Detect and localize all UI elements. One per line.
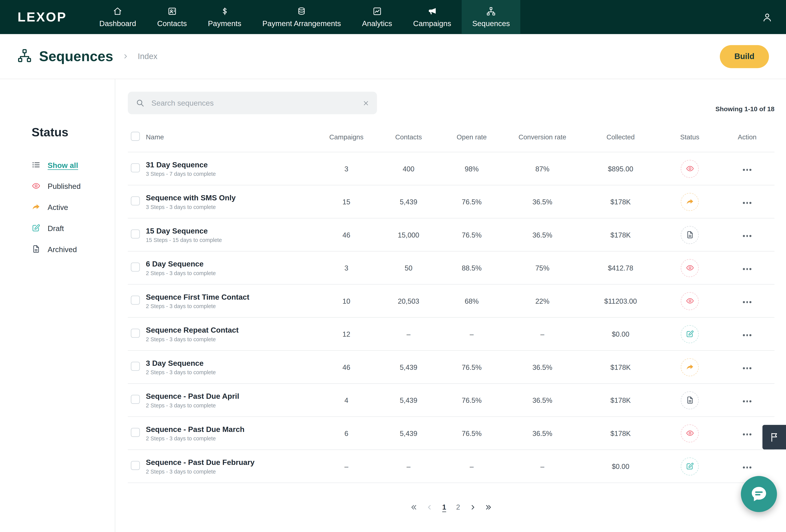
account-button[interactable] — [748, 0, 786, 34]
table-row: 15 Day Sequence 15 Steps - 15 days to co… — [128, 218, 774, 251]
table-row: Sequence - Past Due April 2 Steps - 3 da… — [128, 383, 774, 416]
nav-item-analytics[interactable]: Analytics — [352, 0, 403, 34]
eye-icon — [686, 164, 694, 173]
chat-bubble-icon — [750, 485, 768, 503]
chat-launcher-button[interactable] — [741, 476, 777, 512]
nav-label: Payments — [208, 19, 241, 27]
sequence-name[interactable]: 6 Day Sequence — [146, 260, 316, 268]
pagination: 1 2 — [128, 503, 774, 511]
table-row: 31 Day Sequence 3 Steps - 7 days to comp… — [128, 152, 774, 185]
row-actions-button[interactable] — [741, 331, 753, 339]
sequence-name[interactable]: Sequence First Time Contact — [146, 293, 316, 301]
filter-active[interactable]: Active — [32, 196, 115, 217]
main-panel: Showing 1-10 of 18 Name Campaigns Contac… — [115, 79, 786, 532]
sequence-name[interactable]: Sequence - Past Due April — [146, 392, 316, 400]
collected-value: $11203.00 — [581, 297, 660, 305]
contacts-value: 5,439 — [377, 198, 440, 206]
sequence-name[interactable]: 31 Day Sequence — [146, 160, 316, 169]
status-badge — [681, 325, 699, 343]
sequence-name[interactable]: Sequence Repeat Contact — [146, 326, 316, 334]
row-checkbox[interactable] — [131, 461, 140, 470]
nav-item-dashboard[interactable]: Dashboard — [89, 0, 147, 34]
nav-item-sequences[interactable]: Sequences — [462, 0, 521, 34]
row-actions-button[interactable] — [741, 364, 753, 372]
row-actions-button[interactable] — [741, 430, 753, 438]
filter-draft[interactable]: Draft — [32, 217, 115, 239]
build-button[interactable]: Build — [720, 45, 769, 68]
sequence-name[interactable]: Sequence with SMS Only — [146, 193, 316, 202]
user-icon — [762, 12, 772, 22]
row-checkbox[interactable] — [131, 262, 140, 271]
edit-icon — [686, 330, 694, 338]
app: LEXOP Dashboard Contacts Payments Paymen… — [0, 0, 786, 532]
filter-show-all[interactable]: Show all — [32, 154, 115, 175]
column-header-status: Status — [660, 133, 720, 141]
row-checkbox[interactable] — [131, 163, 140, 172]
campaigns-value: – — [316, 462, 377, 470]
row-checkbox[interactable] — [131, 329, 140, 337]
collected-value: $178K — [581, 363, 660, 371]
clear-search-button[interactable] — [363, 99, 370, 106]
row-actions-button[interactable] — [741, 397, 753, 405]
status-sidebar: Status Show all Published Active Draft — [0, 79, 115, 532]
toolbar: Showing 1-10 of 18 — [128, 92, 774, 114]
row-actions-button[interactable] — [741, 166, 753, 174]
sequence-name[interactable]: 3 Day Sequence — [146, 359, 316, 367]
open-rate-value: 76.5% — [440, 363, 503, 371]
conversion-rate-value: 36.5% — [503, 231, 581, 239]
row-actions-button[interactable] — [741, 232, 753, 240]
chevron-right-icon — [469, 503, 477, 511]
page-number-1[interactable]: 1 — [441, 503, 447, 511]
nav-item-payments[interactable]: Payments — [198, 0, 252, 34]
status-badge — [681, 193, 699, 211]
row-checkbox[interactable] — [131, 295, 140, 305]
status-badge — [681, 358, 699, 376]
edit-icon — [32, 223, 41, 233]
nav-item-contacts[interactable]: Contacts — [147, 0, 198, 34]
row-actions-button[interactable] — [741, 199, 753, 207]
results-summary: Showing 1-10 of 18 — [715, 105, 775, 114]
filter-archived[interactable]: Archived — [32, 239, 115, 260]
collected-value: $895.00 — [581, 165, 660, 173]
breadcrumb: Index — [138, 52, 157, 61]
nav-item-campaigns[interactable]: Campaigns — [402, 0, 462, 34]
row-checkbox[interactable] — [131, 394, 140, 404]
open-rate-value: – — [440, 462, 503, 470]
last-page-button[interactable] — [485, 503, 492, 511]
coins-icon — [297, 6, 306, 16]
sequence-details: 2 Steps - 3 days to complete — [146, 435, 316, 441]
conversion-rate-value: 87% — [503, 165, 581, 173]
sequence-name[interactable]: Sequence - Past Due February — [146, 458, 316, 466]
table-body: 31 Day Sequence 3 Steps - 7 days to comp… — [128, 152, 774, 483]
next-page-button[interactable] — [469, 503, 477, 511]
row-checkbox[interactable] — [131, 362, 140, 370]
sequence-name[interactable]: Sequence - Past Due March — [146, 425, 316, 433]
conversion-rate-value: 36.5% — [503, 429, 581, 437]
column-header-open-rate: Open rate — [440, 133, 503, 141]
sequence-details: 2 Steps - 3 days to complete — [146, 336, 316, 342]
select-all-checkbox[interactable] — [131, 131, 140, 141]
sequence-details: 3 Steps - 3 days to complete — [146, 204, 316, 210]
row-actions-button[interactable] — [741, 463, 753, 471]
previous-page-button[interactable] — [425, 503, 433, 511]
row-checkbox[interactable] — [131, 229, 140, 238]
row-actions-button[interactable] — [741, 298, 753, 306]
conversion-rate-value: 36.5% — [503, 396, 581, 404]
conversion-rate-value: 36.5% — [503, 198, 581, 206]
open-rate-value: 76.5% — [440, 198, 503, 206]
table-row: 3 Day Sequence 2 Steps - 3 days to compl… — [128, 350, 774, 383]
collected-value: $0.00 — [581, 330, 660, 338]
contacts-value: – — [377, 462, 440, 470]
first-page-button[interactable] — [410, 503, 418, 511]
status-badge — [681, 457, 699, 475]
row-checkbox[interactable] — [131, 196, 140, 205]
flag-icon — [769, 432, 780, 442]
nav-item-payment-arrangements[interactable]: Payment Arrangements — [252, 0, 351, 34]
search-input[interactable] — [151, 98, 356, 108]
row-actions-button[interactable] — [741, 265, 753, 273]
feedback-flag-button[interactable] — [762, 425, 786, 450]
filter-published[interactable]: Published — [32, 175, 115, 196]
sequence-name[interactable]: 15 Day Sequence — [146, 226, 316, 235]
page-number-2[interactable]: 2 — [455, 503, 461, 511]
row-checkbox[interactable] — [131, 428, 140, 437]
